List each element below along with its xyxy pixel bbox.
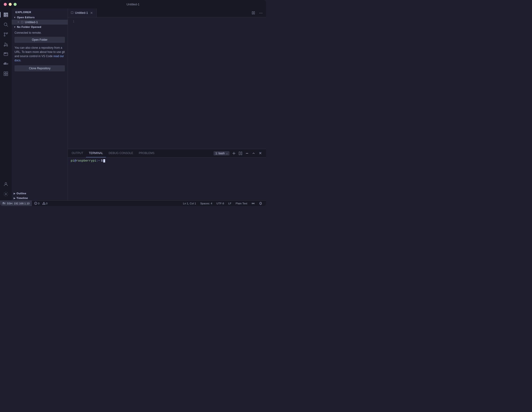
sidebar-item-remote-explorer[interactable] [1,50,10,58]
maximize-button[interactable] [14,3,17,6]
open-editors-chevron: ▼ [14,16,16,19]
svg-rect-18 [6,72,8,74]
error-count[interactable]: 0 [34,202,39,205]
file-type-icon: ☐ [21,21,23,24]
broadcast-icon [251,202,255,205]
terminal-prompt: pi @ raspberrypi : ~ $ [71,159,263,162]
account-icon[interactable] [1,180,10,189]
settings-icon[interactable] [1,190,10,198]
timeline-header[interactable]: ▶ Timeline [12,196,68,200]
svg-line-1 [7,25,8,27]
prompt-user: pi [71,159,75,162]
svg-rect-15 [5,63,5,64]
panel-tab-debug-console[interactable]: DEBUG CONSOLE [106,149,136,157]
sidebar-item-extensions[interactable] [1,69,10,78]
connected-text: Connected to remote. [15,31,65,34]
outline-label: Outline [17,192,27,195]
outline-section: ▶ Outline ▶ Timeline [12,191,68,200]
editor-area: ☐ Untitled-1 ✕ ··· [68,9,266,200]
sidebar-item-search[interactable] [1,20,10,29]
prompt-host: raspberrypi [76,159,96,162]
panel-tab-bar: OUTPUT TERMINAL DEBUG CONSOLE PROBLEMS [68,149,266,158]
error-icon [34,202,37,205]
language-mode[interactable]: Plain Text [234,202,249,205]
svg-point-21 [5,183,7,184]
open-folder-button[interactable]: Open Folder [15,37,65,43]
panel-tab-terminal[interactable]: TERMINAL [86,149,106,157]
encoding[interactable]: UTF-8 [215,202,226,205]
warning-count[interactable]: 0 [42,202,48,205]
svg-point-22 [5,193,7,195]
panel-tab-problems[interactable]: PROBLEMS [136,149,157,157]
cursor-position[interactable]: Ln 1, Col 1 [181,202,198,205]
ssh-icon [2,202,6,205]
outline-header[interactable]: ▶ Outline [12,191,68,196]
terminal-shell-selector[interactable]: 1: bash [214,151,229,155]
svg-rect-16 [5,63,6,64]
split-editor-button[interactable] [250,9,257,16]
split-terminal-button[interactable] [238,150,244,156]
line-ending[interactable]: LF [227,202,233,205]
timeline-label: Timeline [17,197,28,199]
panel-close-button[interactable]: ✕ [257,150,263,156]
window-title: Untitled-1 [126,3,140,6]
sidebar: Explorer ▼ Open Editors ✕ ☐ Untitled-1 ▼… [12,9,68,200]
open-editors-label: Open Editors [17,16,35,19]
prompt-at: @ [75,159,76,162]
terminal-shell-select[interactable]: 1: bash [214,151,229,155]
file-close-icon[interactable]: ✕ [17,21,19,24]
svg-point-7 [7,45,8,46]
open-editors-section[interactable]: ▼ Open Editors [12,15,68,20]
editor-tab-untitled[interactable]: ☐ Untitled-1 ✕ [68,9,97,17]
panel-collapse-button[interactable] [251,150,257,156]
clone-repository-button[interactable]: Clone Repository [15,65,65,71]
svg-point-26 [36,204,36,204]
open-editor-file[interactable]: ✕ ☐ Untitled-1 [12,20,68,25]
editor-content[interactable]: 1 [68,17,266,149]
svg-point-3 [4,35,5,36]
tab-close-button[interactable]: ✕ [89,11,94,15]
indentation[interactable]: Spaces: 4 [198,202,214,205]
panel: OUTPUT TERMINAL DEBUG CONSOLE PROBLEMS [68,149,266,200]
sidebar-item-source-control[interactable] [1,30,10,39]
ssh-label: SSH: 192.168.1.10 [7,202,29,205]
activity-bar [0,9,12,200]
sidebar-item-run-debug[interactable] [1,40,10,49]
status-left: SSH: 192.168.1.10 0 [0,201,50,206]
line-number-1: 1 [68,19,75,24]
window-controls [4,3,17,6]
kill-terminal-button[interactable] [244,150,250,156]
remote-status-icon[interactable] [250,202,257,205]
svg-rect-19 [4,74,6,76]
prompt-dir: ~ [98,159,100,162]
notification-bell[interactable] [257,202,264,205]
no-folder-label: No Folder Opened [17,26,41,28]
svg-rect-14 [5,64,6,64]
close-button[interactable] [4,3,7,6]
sidebar-header: Explorer [12,9,68,15]
no-folder-section[interactable]: ▼ No Folder Opened [12,25,68,29]
ssh-status[interactable]: SSH: 192.168.1.10 [0,201,32,206]
sidebar-item-docker[interactable] [1,59,10,68]
svg-point-0 [4,23,7,26]
open-editor-filename: Untitled-1 [25,20,38,24]
more-actions-button[interactable]: ··· [257,9,264,16]
minimize-button[interactable] [9,3,12,6]
svg-point-2 [4,33,5,34]
warning-icon [42,202,45,205]
status-bar: SSH: 192.168.1.10 0 [0,200,266,206]
panel-actions: ✕ [231,150,265,156]
editor-tab-actions: ··· [248,9,266,17]
tab-file-icon: ☐ [71,11,74,15]
error-count-value: 0 [38,202,39,205]
panel-tab-output[interactable]: OUTPUT [69,149,86,157]
svg-point-29 [253,203,254,204]
no-folder-chevron: ▼ [14,26,16,28]
titlebar: Untitled-1 [0,0,266,9]
sidebar-item-explorer[interactable] [1,10,10,19]
terminal-content[interactable]: pi @ raspberrypi : ~ $ [68,158,266,200]
timeline-chevron: ▶ [14,197,16,199]
prompt-dollar: $ [101,159,103,162]
svg-rect-17 [4,72,6,74]
add-terminal-button[interactable] [231,150,237,156]
